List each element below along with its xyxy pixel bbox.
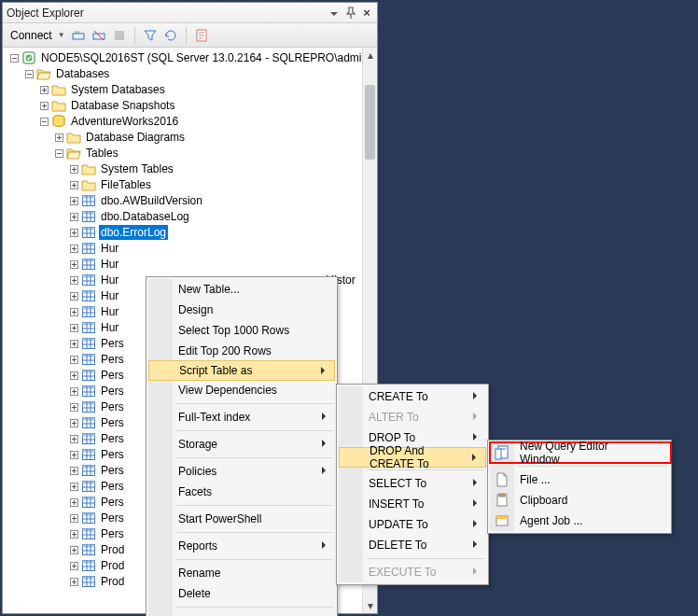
toolbar: Connect ▼ — [3, 23, 377, 48]
menu-update-to[interactable]: UPDATE To — [339, 514, 486, 535]
clipboard-icon — [495, 493, 510, 508]
submenu-script-as: CREATE To ALTER To DROP To DROP And CREA… — [336, 384, 489, 585]
menu-agent-job[interactable]: Agent Job ... — [490, 511, 669, 531]
query-editor-icon — [495, 445, 510, 460]
connect-dropdown-icon[interactable]: ▼ — [58, 31, 65, 39]
connect-button[interactable]: Connect — [7, 27, 56, 44]
tree-snap[interactable]: Database Snapshots — [5, 98, 377, 113]
file-icon — [495, 472, 510, 487]
menu-file[interactable]: File ... — [490, 469, 669, 490]
filter-icon[interactable] — [143, 28, 158, 43]
tree-systables[interactable]: System Tables — [5, 161, 377, 176]
tree-aw[interactable]: AdventureWorks2016 — [5, 114, 377, 129]
svg-rect-20 — [73, 34, 84, 39]
menu-select-1000[interactable]: Select Top 1000 Rows — [148, 320, 335, 341]
pin-icon[interactable] — [343, 7, 356, 20]
menu-powershell[interactable]: Start PowerShell — [148, 509, 335, 529]
menu-fulltext[interactable]: Full-Text index — [148, 407, 335, 427]
tree-sysdb[interactable]: System Databases — [5, 82, 377, 97]
svg-rect-23 — [93, 34, 105, 39]
menu-create-to[interactable]: CREATE To — [339, 386, 486, 407]
menu-delete-to[interactable]: DELETE To — [339, 535, 486, 555]
tree-awbv[interactable]: dbo.AWBuildVersion — [5, 193, 377, 208]
tree-tables[interactable]: Tables — [5, 146, 377, 161]
menu-rename[interactable]: Rename — [148, 563, 335, 583]
close-icon[interactable]: × — [360, 7, 373, 20]
dropdown-icon[interactable] — [327, 7, 340, 20]
menu-new-table[interactable]: New Table... — [148, 279, 335, 300]
menu-script-table-as[interactable]: Script Table as — [148, 360, 335, 381]
tree-databases[interactable]: Databases — [5, 66, 377, 81]
menu-refresh[interactable]: Refresh — [148, 610, 335, 616]
menu-view-deps[interactable]: View Dependencies — [148, 380, 335, 400]
menu-design[interactable]: Design — [148, 300, 335, 320]
connect-icon[interactable] — [71, 28, 86, 43]
panel-titlebar: Object Explorer × — [3, 3, 377, 23]
menu-storage[interactable]: Storage — [148, 434, 335, 455]
tree-diag[interactable]: Database Diagrams — [5, 130, 377, 145]
context-menu-table: New Table... Design Select Top 1000 Rows… — [146, 276, 338, 616]
tree-item[interactable]: Hur — [5, 241, 377, 256]
panel-title: Object Explorer — [7, 7, 323, 20]
menu-edit-200[interactable]: Edit Top 200 Rows — [148, 341, 335, 361]
menu-drop-create-to[interactable]: DROP And CREATE To — [339, 447, 486, 468]
tree-dlog[interactable]: dbo.DatabaseLog — [5, 209, 377, 224]
menu-delete[interactable]: Delete — [148, 583, 335, 604]
svg-rect-25 — [115, 31, 124, 40]
refresh-icon[interactable] — [163, 28, 178, 43]
menu-clipboard[interactable]: Clipboard — [490, 490, 669, 511]
menu-insert-to[interactable]: INSERT To — [339, 494, 486, 514]
tree-server[interactable]: NODE5\SQL2016ST (SQL Server 13.0.2164 - … — [5, 50, 377, 65]
tree-elog[interactable]: dbo.ErrorLog — [5, 225, 377, 240]
script-icon[interactable] — [194, 28, 209, 43]
stop-icon[interactable] — [112, 28, 127, 43]
menu-reports[interactable]: Reports — [148, 536, 335, 556]
tree-filetables[interactable]: FileTables — [5, 177, 377, 192]
scroll-up-icon[interactable]: ▴ — [363, 48, 377, 63]
menu-policies[interactable]: Policies — [148, 461, 335, 482]
scroll-down-icon[interactable]: ▾ — [363, 598, 377, 613]
menu-select-to[interactable]: SELECT To — [339, 473, 486, 494]
menu-execute-to: EXECUTE To — [339, 562, 486, 582]
scroll-thumb[interactable] — [365, 85, 375, 160]
agent-icon — [495, 513, 510, 528]
menu-new-query-window[interactable]: New Query Editor Window — [490, 442, 669, 463]
disconnect-icon[interactable] — [91, 28, 106, 43]
submenu-target: New Query Editor Window File ... Clipboa… — [487, 440, 672, 534]
menu-alter-to: ALTER To — [339, 407, 486, 427]
tree-item[interactable]: Hur — [5, 257, 377, 272]
menu-facets[interactable]: Facets — [148, 482, 335, 502]
